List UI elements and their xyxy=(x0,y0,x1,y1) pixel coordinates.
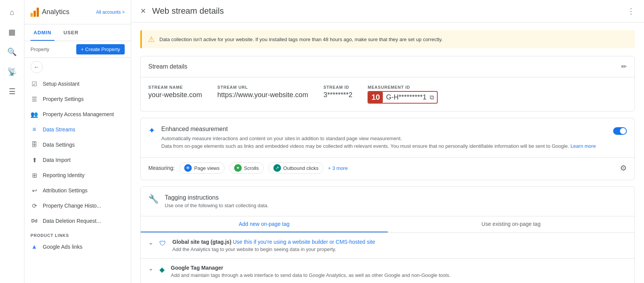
badge-page-views[interactable]: 👁 Page views xyxy=(179,162,224,174)
tag-item-title: Google Tag Manager xyxy=(171,265,627,271)
em-content: Enhanced measurement Automatically measu… xyxy=(161,126,607,150)
enhanced-measurement-card: ✦ Enhanced measurement Automatically mea… xyxy=(140,118,635,180)
sidebar-item-property-change-history[interactable]: ⟳ Property Change Histo... xyxy=(24,198,131,213)
attribution-icon: ↩ xyxy=(31,187,38,194)
google-tag-manager-icon: ◆ xyxy=(159,265,165,274)
more-options-button[interactable]: ⋮ xyxy=(627,6,635,16)
tag-item-google-tag-manager[interactable]: ⌄ ◆ Google Tag Manager Add and maintain … xyxy=(141,259,634,283)
tag-item-global-site-tag[interactable]: ⌄ 🛡 Global site tag (gtag.js) Use this i… xyxy=(141,233,634,259)
nav-reports[interactable]: ▦ xyxy=(3,23,21,41)
sidebar-item-label: Reporting Identity xyxy=(43,172,85,178)
stream-name-field: STREAM NAME your-website.com xyxy=(148,85,202,104)
measurement-id-value: G-H*********1 xyxy=(386,93,426,101)
sidebar-item-property-access-management[interactable]: 👥 Property Access Management xyxy=(24,107,131,122)
sidebar-item-label: Property Access Management xyxy=(43,111,114,117)
learn-more-link[interactable]: Learn more xyxy=(570,143,596,149)
edit-icon[interactable]: ✏ xyxy=(621,62,627,71)
stream-url-label: STREAM URL xyxy=(217,85,308,90)
sidebar-item-label: Attribution Settings xyxy=(43,187,88,193)
copy-icon[interactable]: ⧉ xyxy=(430,94,434,101)
tag-item-title: Global site tag (gtag.js) Use this if yo… xyxy=(172,239,627,245)
sidebar-item-data-settings[interactable]: 🗄 Data Settings xyxy=(24,137,131,152)
tab-admin[interactable]: ADMIN xyxy=(31,24,55,41)
database-icon: 🗄 xyxy=(31,141,38,149)
nav-explore[interactable]: 🔍 xyxy=(3,43,21,61)
measuring-settings-icon[interactable]: ⚙ xyxy=(620,163,627,173)
nav-advertising[interactable]: 📡 xyxy=(3,62,21,81)
panel-title: Web stream details xyxy=(152,6,224,16)
tag-tabs: Add new on-page tag Use existing on-page… xyxy=(141,216,634,233)
tag-header: 🔧 Tagging instructions Use one of the fo… xyxy=(141,187,634,216)
upload-icon: ⬆ xyxy=(31,156,38,164)
em-desc-1: Automatically measure interactions and c… xyxy=(161,136,402,141)
all-accounts-link[interactable]: All accounts > xyxy=(96,10,125,15)
main-content: ✕ Web stream details ⋮ ⚠ Data collection… xyxy=(131,0,644,283)
check-icon: ☑ xyxy=(31,80,38,88)
measuring-label: Measuring: xyxy=(148,165,175,171)
enhanced-measurement-toggle[interactable] xyxy=(613,127,627,135)
tag-item-desc: Add the Analytics tag to your website to… xyxy=(172,246,627,252)
stream-info: STREAM NAME your-website.com STREAM URL … xyxy=(141,77,634,111)
nav-home[interactable]: ⌂ xyxy=(3,3,21,21)
stream-id-value: 3********2 xyxy=(323,91,352,99)
stream-details-title: Stream details xyxy=(148,63,187,70)
icon-nav: ⌂ ▦ 🔍 📡 ☰ xyxy=(0,0,24,283)
deletion-icon: Dd xyxy=(31,217,38,225)
stream-url-field: STREAM URL https://www.your-website.com xyxy=(217,85,308,104)
enhanced-measurement-icon: ✦ xyxy=(148,126,155,136)
stream-name-label: STREAM NAME xyxy=(148,85,202,90)
tag-description: Use one of the following to start collec… xyxy=(165,203,627,208)
sidebar-item-label: Setup Assistant xyxy=(43,81,80,87)
sidebar-item-attribution-settings[interactable]: ↩ Attribution Settings xyxy=(24,183,131,198)
global-site-tag-icon: 🛡 xyxy=(159,240,166,248)
stream-url-value: https://www.your-website.com xyxy=(217,91,308,99)
tab-add-new-tag[interactable]: Add new on-page tag xyxy=(141,216,388,232)
logo-icon xyxy=(31,8,39,17)
streams-icon: ≡ xyxy=(31,126,38,133)
measurement-id-label: MEASUREMENT ID xyxy=(368,85,437,90)
tab-user[interactable]: USER xyxy=(61,24,82,41)
sidebar-item-google-ads-links[interactable]: ▲ Google Ads links xyxy=(24,239,131,254)
sidebar-item-label: Data Streams xyxy=(43,126,75,133)
sidebar-item-property-settings[interactable]: ☰ Property Settings xyxy=(24,91,131,107)
app-title: Analytics xyxy=(42,8,69,16)
back-button[interactable]: ← xyxy=(31,61,43,73)
stream-details-card-header: Stream details ✏ xyxy=(141,56,634,77)
sidebar-item-data-streams[interactable]: ≡ Data Streams xyxy=(24,122,131,137)
back-btn-row: ← xyxy=(24,58,131,76)
sidebar-item-label: Property Settings xyxy=(43,96,84,102)
tab-use-existing-tag[interactable]: Use existing on-page tag xyxy=(388,216,635,232)
tag-item-desc: Add and maintain tags through a web inte… xyxy=(171,272,627,278)
sidebar-item-data-import[interactable]: ⬆ Data Import xyxy=(24,152,131,168)
create-property-button[interactable]: + Create Property xyxy=(76,44,125,54)
panel-body: ⚠ Data collection isn't active for your … xyxy=(131,22,644,283)
close-button[interactable]: ✕ xyxy=(140,7,146,15)
sidebar-item-reporting-identity[interactable]: ⊞ Reporting Identity xyxy=(24,168,131,183)
nav-admin[interactable]: ☰ xyxy=(3,82,21,101)
measurement-id-box: 10 G-H*********1 ⧉ xyxy=(368,91,437,104)
page-views-label: Page views xyxy=(194,165,219,171)
measurement-id-field: MEASUREMENT ID 10 G-H*********1 ⧉ xyxy=(368,85,437,104)
analytics-logo: Analytics xyxy=(31,8,69,17)
panel-header: ✕ Web stream details ⋮ xyxy=(131,0,644,22)
stream-id-field: STREAM ID 3********2 xyxy=(323,85,352,104)
sidebar-item-label: Data Settings xyxy=(43,142,75,148)
google-ads-icon: ▲ xyxy=(31,243,38,251)
sidebar-item-data-deletion-requests[interactable]: Dd Data Deletion Request... xyxy=(24,213,131,229)
sidebar-header: Analytics All accounts > xyxy=(24,0,131,24)
property-row: Property + Create Property xyxy=(24,41,131,58)
badge-scrolls[interactable]: ✦ Scrolls xyxy=(229,162,264,174)
warning-banner: ⚠ Data collection isn't active for your … xyxy=(140,30,635,48)
grid-icon: ⊞ xyxy=(31,171,38,179)
more-badges-link[interactable]: + 3 more xyxy=(328,165,348,171)
warning-icon: ⚠ xyxy=(148,35,155,44)
measuring-row: Measuring: 👁 Page views ✦ Scrolls ↗ Outb… xyxy=(141,157,634,180)
sidebar-tabs: ADMIN USER xyxy=(24,24,131,41)
badge-outbound-clicks[interactable]: ↗ Outbound clicks xyxy=(268,162,324,174)
measurement-id-number: 10 xyxy=(368,92,383,103)
scrolls-icon: ✦ xyxy=(234,164,242,172)
sidebar-item-setup-assistant[interactable]: ☑ Setup Assistant xyxy=(24,76,131,91)
sidebar-item-label: Property Change Histo... xyxy=(43,203,101,209)
tag-title: Tagging instructions xyxy=(165,194,627,201)
sidebar: Analytics All accounts > ADMIN USER Prop… xyxy=(24,0,131,283)
